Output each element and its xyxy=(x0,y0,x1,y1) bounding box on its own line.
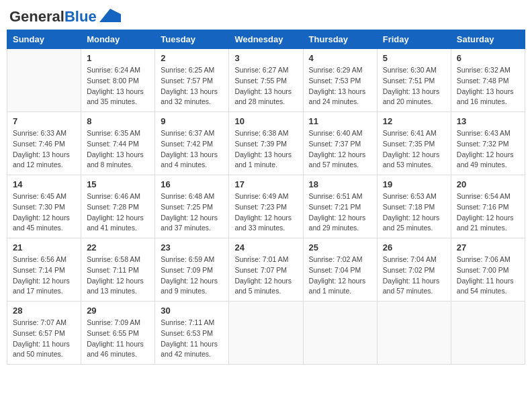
day-number: 2 xyxy=(161,53,223,63)
header: GeneralBlue xyxy=(7,7,525,24)
day-info: Sunrise: 6:41 AMSunset: 7:35 PMDaylight:… xyxy=(383,128,445,171)
weekday-header-friday: Friday xyxy=(377,30,451,49)
day-info: Sunrise: 6:43 AMSunset: 7:32 PMDaylight:… xyxy=(457,128,519,171)
day-number: 6 xyxy=(457,53,519,63)
day-info: Sunrise: 6:24 AMSunset: 8:00 PMDaylight:… xyxy=(87,65,149,107)
day-cell: 1Sunrise: 6:24 AMSunset: 8:00 PMDaylight… xyxy=(81,49,155,112)
logo: GeneralBlue xyxy=(9,9,121,24)
day-info: Sunrise: 7:07 AMSunset: 6:57 PMDaylight:… xyxy=(13,318,75,360)
day-info: Sunrise: 6:29 AMSunset: 7:53 PMDaylight:… xyxy=(309,65,371,107)
week-row-2: 7Sunrise: 6:33 AMSunset: 7:46 PMDaylight… xyxy=(7,112,525,175)
day-info: Sunrise: 6:25 AMSunset: 7:57 PMDaylight:… xyxy=(161,65,223,107)
day-info: Sunrise: 6:46 AMSunset: 7:28 PMDaylight:… xyxy=(87,191,149,234)
weekday-header-wednesday: Wednesday xyxy=(229,30,303,49)
day-info: Sunrise: 6:56 AMSunset: 7:14 PMDaylight:… xyxy=(13,255,75,297)
day-number: 7 xyxy=(13,116,75,126)
day-info: Sunrise: 6:49 AMSunset: 7:23 PMDaylight:… xyxy=(234,191,297,234)
day-number: 13 xyxy=(457,116,519,126)
svg-marker-0 xyxy=(99,9,121,22)
day-cell: 21Sunrise: 6:56 AMSunset: 7:14 PMDayligh… xyxy=(7,238,81,302)
week-row-5: 28Sunrise: 7:07 AMSunset: 6:57 PMDayligh… xyxy=(7,302,525,365)
day-number: 30 xyxy=(161,306,223,316)
day-cell: 11Sunrise: 6:40 AMSunset: 7:37 PMDayligh… xyxy=(303,112,377,175)
day-info: Sunrise: 7:04 AMSunset: 7:02 PMDaylight:… xyxy=(383,255,445,297)
day-cell: 6Sunrise: 6:32 AMSunset: 7:48 PMDaylight… xyxy=(451,49,525,112)
day-info: Sunrise: 6:59 AMSunset: 7:09 PMDaylight:… xyxy=(161,255,223,297)
day-number: 18 xyxy=(309,179,371,189)
day-info: Sunrise: 7:06 AMSunset: 7:00 PMDaylight:… xyxy=(457,255,519,297)
day-number: 8 xyxy=(87,116,149,126)
week-row-4: 21Sunrise: 6:56 AMSunset: 7:14 PMDayligh… xyxy=(7,238,525,302)
day-cell: 18Sunrise: 6:51 AMSunset: 7:21 PMDayligh… xyxy=(303,175,377,238)
day-number: 21 xyxy=(13,242,75,253)
day-info: Sunrise: 6:53 AMSunset: 7:18 PMDaylight:… xyxy=(383,191,445,234)
day-cell: 10Sunrise: 6:38 AMSunset: 7:39 PMDayligh… xyxy=(229,112,303,175)
calendar-table: SundayMondayTuesdayWednesdayThursdayFrid… xyxy=(7,30,525,365)
day-cell: 16Sunrise: 6:48 AMSunset: 7:25 PMDayligh… xyxy=(155,175,229,238)
day-cell: 24Sunrise: 7:01 AMSunset: 7:07 PMDayligh… xyxy=(229,238,303,302)
day-info: Sunrise: 6:48 AMSunset: 7:25 PMDaylight:… xyxy=(161,191,223,234)
day-cell xyxy=(377,302,451,365)
day-cell: 2Sunrise: 6:25 AMSunset: 7:57 PMDaylight… xyxy=(155,49,229,112)
weekday-header-saturday: Saturday xyxy=(451,30,525,49)
day-cell xyxy=(7,49,81,112)
day-cell: 9Sunrise: 6:37 AMSunset: 7:42 PMDaylight… xyxy=(155,112,229,175)
day-number: 11 xyxy=(309,116,371,126)
day-info: Sunrise: 6:37 AMSunset: 7:42 PMDaylight:… xyxy=(161,128,223,171)
day-number: 24 xyxy=(234,242,297,253)
day-number: 16 xyxy=(161,179,223,189)
day-number: 14 xyxy=(13,179,75,189)
logo-text: GeneralBlue xyxy=(9,9,97,24)
day-number: 28 xyxy=(13,306,75,316)
week-row-1: 1Sunrise: 6:24 AMSunset: 8:00 PMDaylight… xyxy=(7,49,525,112)
day-number: 23 xyxy=(161,242,223,253)
day-number: 22 xyxy=(87,242,149,253)
day-cell xyxy=(303,302,377,365)
day-cell: 25Sunrise: 7:02 AMSunset: 7:04 PMDayligh… xyxy=(303,238,377,302)
day-cell: 14Sunrise: 6:45 AMSunset: 7:30 PMDayligh… xyxy=(7,175,81,238)
day-info: Sunrise: 6:45 AMSunset: 7:30 PMDaylight:… xyxy=(13,191,75,234)
day-cell: 3Sunrise: 6:27 AMSunset: 7:55 PMDaylight… xyxy=(229,49,303,112)
day-number: 26 xyxy=(383,242,445,253)
day-info: Sunrise: 7:02 AMSunset: 7:04 PMDaylight:… xyxy=(309,255,371,297)
day-cell: 13Sunrise: 6:43 AMSunset: 7:32 PMDayligh… xyxy=(451,112,525,175)
day-info: Sunrise: 7:11 AMSunset: 6:53 PMDaylight:… xyxy=(161,318,223,360)
day-cell: 27Sunrise: 7:06 AMSunset: 7:00 PMDayligh… xyxy=(451,238,525,302)
day-info: Sunrise: 6:40 AMSunset: 7:37 PMDaylight:… xyxy=(309,128,371,171)
day-number: 10 xyxy=(234,116,297,126)
day-number: 4 xyxy=(309,53,371,63)
day-number: 25 xyxy=(309,242,371,253)
week-row-3: 14Sunrise: 6:45 AMSunset: 7:30 PMDayligh… xyxy=(7,175,525,238)
day-number: 17 xyxy=(234,179,297,189)
day-info: Sunrise: 6:58 AMSunset: 7:11 PMDaylight:… xyxy=(87,255,149,297)
day-cell: 29Sunrise: 7:09 AMSunset: 6:55 PMDayligh… xyxy=(81,302,155,365)
day-info: Sunrise: 6:33 AMSunset: 7:46 PMDaylight:… xyxy=(13,128,75,171)
day-cell: 5Sunrise: 6:30 AMSunset: 7:51 PMDaylight… xyxy=(377,49,451,112)
day-number: 29 xyxy=(87,306,149,316)
day-cell: 23Sunrise: 6:59 AMSunset: 7:09 PMDayligh… xyxy=(155,238,229,302)
logo-icon xyxy=(99,9,121,22)
day-number: 9 xyxy=(161,116,223,126)
day-info: Sunrise: 7:01 AMSunset: 7:07 PMDaylight:… xyxy=(234,255,297,297)
day-cell: 19Sunrise: 6:53 AMSunset: 7:18 PMDayligh… xyxy=(377,175,451,238)
day-cell: 15Sunrise: 6:46 AMSunset: 7:28 PMDayligh… xyxy=(81,175,155,238)
day-info: Sunrise: 6:30 AMSunset: 7:51 PMDaylight:… xyxy=(383,65,445,107)
day-info: Sunrise: 6:38 AMSunset: 7:39 PMDaylight:… xyxy=(234,128,297,171)
day-cell: 28Sunrise: 7:07 AMSunset: 6:57 PMDayligh… xyxy=(7,302,81,365)
day-cell: 20Sunrise: 6:54 AMSunset: 7:16 PMDayligh… xyxy=(451,175,525,238)
day-cell: 12Sunrise: 6:41 AMSunset: 7:35 PMDayligh… xyxy=(377,112,451,175)
day-number: 3 xyxy=(234,53,297,63)
day-cell xyxy=(229,302,303,365)
weekday-header-monday: Monday xyxy=(81,30,155,49)
day-info: Sunrise: 6:51 AMSunset: 7:21 PMDaylight:… xyxy=(309,191,371,234)
day-cell: 30Sunrise: 7:11 AMSunset: 6:53 PMDayligh… xyxy=(155,302,229,365)
day-number: 1 xyxy=(87,53,149,63)
day-info: Sunrise: 6:35 AMSunset: 7:44 PMDaylight:… xyxy=(87,128,149,171)
day-cell xyxy=(451,302,525,365)
day-info: Sunrise: 6:27 AMSunset: 7:55 PMDaylight:… xyxy=(234,65,297,107)
day-info: Sunrise: 6:32 AMSunset: 7:48 PMDaylight:… xyxy=(457,65,519,107)
weekday-header-sunday: Sunday xyxy=(7,30,81,49)
day-number: 12 xyxy=(383,116,445,126)
day-cell: 17Sunrise: 6:49 AMSunset: 7:23 PMDayligh… xyxy=(229,175,303,238)
day-number: 5 xyxy=(383,53,445,63)
